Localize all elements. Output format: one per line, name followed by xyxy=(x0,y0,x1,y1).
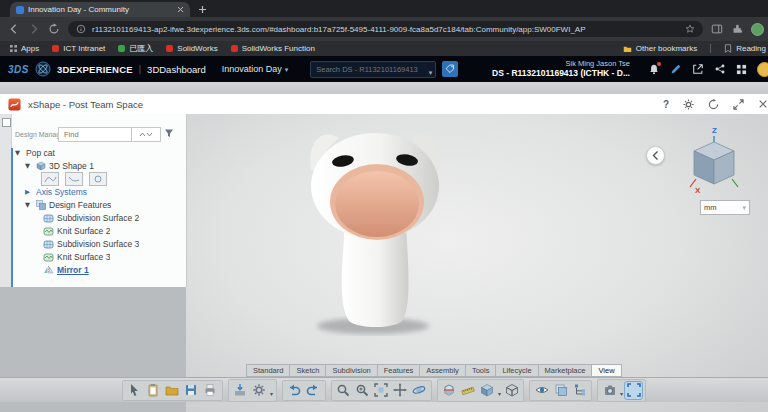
search-tag-button[interactable] xyxy=(442,61,458,77)
close-icon[interactable] xyxy=(758,99,768,109)
chevron-down-icon[interactable] xyxy=(429,60,433,79)
settings-icon[interactable] xyxy=(251,382,268,399)
expander-icon[interactable] xyxy=(25,162,33,170)
bookmark-item[interactable]: ICT Intranet xyxy=(52,44,105,53)
other-bookmarks[interactable]: Other bookmarks xyxy=(623,44,697,53)
settings-gear-icon[interactable] xyxy=(683,99,694,110)
tree-item-design-features[interactable]: Design Features xyxy=(13,198,182,211)
import-icon[interactable] xyxy=(232,382,249,399)
tree-item-mirror-1[interactable]: Mirror 1 xyxy=(13,263,182,276)
rotate-view-icon[interactable] xyxy=(411,382,428,399)
dropdown-caret-icon[interactable] xyxy=(498,381,501,400)
bookmark-item[interactable]: 已匯入 xyxy=(118,43,153,54)
hide-show-icon[interactable] xyxy=(533,382,550,399)
pan-icon[interactable] xyxy=(392,382,409,399)
tree-item-knit-surface-2[interactable]: Knit Surface 2 xyxy=(13,224,182,237)
tab-assembly[interactable]: Assembly xyxy=(419,364,465,377)
tab-lifecycle[interactable]: Lifecycle xyxy=(495,364,537,377)
compass-icon[interactable] xyxy=(35,61,51,77)
tab-subdivision[interactable]: Subdivision xyxy=(325,364,376,377)
address-bar[interactable]: r1132101169413-ap2-ifwe.3dexperience.3ds… xyxy=(68,21,703,37)
measure-icon[interactable] xyxy=(460,382,477,399)
shaded-view-icon[interactable] xyxy=(479,382,496,399)
tab-sketch[interactable]: Sketch xyxy=(289,364,325,377)
expander-icon[interactable] xyxy=(25,188,33,196)
search-box[interactable] xyxy=(310,61,436,78)
save-icon[interactable] xyxy=(183,382,200,399)
layers-icon[interactable] xyxy=(552,382,569,399)
bookmark-item[interactable]: SolidWorks Function xyxy=(231,44,315,53)
bookmark-item[interactable]: SolidWorks xyxy=(166,44,217,53)
tab-marketplace[interactable]: Marketplace xyxy=(538,364,592,377)
panel-tab-icon[interactable] xyxy=(2,118,11,127)
fullscreen-icon[interactable] xyxy=(625,382,642,399)
wireframe-view-icon[interactable] xyxy=(503,382,520,399)
browser-tab[interactable]: Innovation Day - Community xyxy=(10,2,190,17)
reload-icon[interactable] xyxy=(48,23,60,35)
select-icon[interactable] xyxy=(126,382,143,399)
new-tab-button[interactable] xyxy=(198,5,207,14)
reading-list[interactable]: Reading list xyxy=(724,44,768,53)
share-icon[interactable] xyxy=(714,63,726,75)
design-tree-surface: Design Manager Pop cat 3D Shape 1 xyxy=(0,114,187,287)
tree-item-3d-shape[interactable]: 3D Shape 1 xyxy=(13,159,182,172)
bookmark-apps[interactable]: Apps xyxy=(10,44,39,53)
open-icon[interactable] xyxy=(164,382,181,399)
filter-icon[interactable] xyxy=(164,128,174,138)
tab-standard[interactable]: Standard xyxy=(246,364,289,377)
tab-close-icon[interactable] xyxy=(177,6,184,13)
tree-item-pop-cat[interactable]: Pop cat xyxy=(13,146,182,159)
zoom-in-icon[interactable] xyxy=(354,382,371,399)
tree-item-knit-surface-3[interactable]: Knit Surface 3 xyxy=(13,250,182,263)
expander-icon[interactable] xyxy=(15,149,23,157)
bookmark-favicon xyxy=(231,45,238,52)
notifications-bell-icon[interactable] xyxy=(648,63,660,75)
expander-icon[interactable] xyxy=(25,201,33,209)
shape-thumbnail[interactable] xyxy=(89,172,107,186)
print-icon[interactable] xyxy=(202,382,219,399)
search-icon[interactable] xyxy=(335,382,352,399)
header-icons xyxy=(648,62,768,77)
forward-icon[interactable] xyxy=(28,23,40,35)
tab-view[interactable]: View xyxy=(591,364,621,377)
section-view-icon[interactable] xyxy=(441,382,458,399)
user-avatar[interactable] xyxy=(757,62,768,77)
tree-item-axis-systems[interactable]: Axis Systems xyxy=(13,185,182,198)
pop-cat-model[interactable] xyxy=(281,128,471,340)
paste-icon[interactable] xyxy=(145,382,162,399)
browser-profile-avatar[interactable] xyxy=(751,23,764,36)
shape-thumbnail[interactable] xyxy=(65,172,83,186)
edit-pencil-icon[interactable] xyxy=(670,63,682,75)
tree-item-subdivision-surface-2[interactable]: Subdivision Surface 2 xyxy=(13,211,182,224)
capture-icon[interactable] xyxy=(601,382,618,399)
launch-icon[interactable] xyxy=(692,63,704,75)
collapse-panel-chevron[interactable] xyxy=(646,146,665,165)
side-panel-icon[interactable] xyxy=(711,23,723,35)
expand-icon[interactable] xyxy=(733,99,744,110)
redo-icon[interactable] xyxy=(305,382,322,399)
site-info-icon[interactable] xyxy=(76,24,86,34)
tab-tools[interactable]: Tools xyxy=(465,364,496,377)
fit-view-icon[interactable] xyxy=(373,382,390,399)
toolbar-group xyxy=(529,380,592,401)
back-icon[interactable] xyxy=(8,23,20,35)
user-info[interactable]: Sik Ming Jason Tse DS - R1132101169413 (… xyxy=(492,59,630,78)
search-input[interactable] xyxy=(314,64,426,75)
apps-grid-icon[interactable] xyxy=(736,64,747,75)
tab-features[interactable]: Features xyxy=(377,364,420,377)
dropdown-caret-icon[interactable] xyxy=(270,381,273,400)
shape-thumbnail[interactable] xyxy=(41,172,59,186)
undo-icon[interactable] xyxy=(286,382,303,399)
help-button[interactable]: ? xyxy=(663,99,669,110)
refresh-icon[interactable] xyxy=(708,99,719,110)
extensions-icon[interactable] xyxy=(731,23,743,35)
dropdown-caret-icon[interactable] xyxy=(620,381,623,400)
dashboard-selector[interactable]: Innovation Day xyxy=(222,64,289,74)
units-dropdown[interactable]: mm xyxy=(700,200,750,215)
tree-display-icon[interactable] xyxy=(571,382,588,399)
find-prev-next[interactable] xyxy=(131,127,161,142)
bookmark-star-icon[interactable] xyxy=(685,24,695,34)
find-input[interactable] xyxy=(62,129,132,140)
tree-item-subdivision-surface-3[interactable]: Subdivision Surface 3 xyxy=(13,237,182,250)
find-box[interactable] xyxy=(58,127,136,142)
